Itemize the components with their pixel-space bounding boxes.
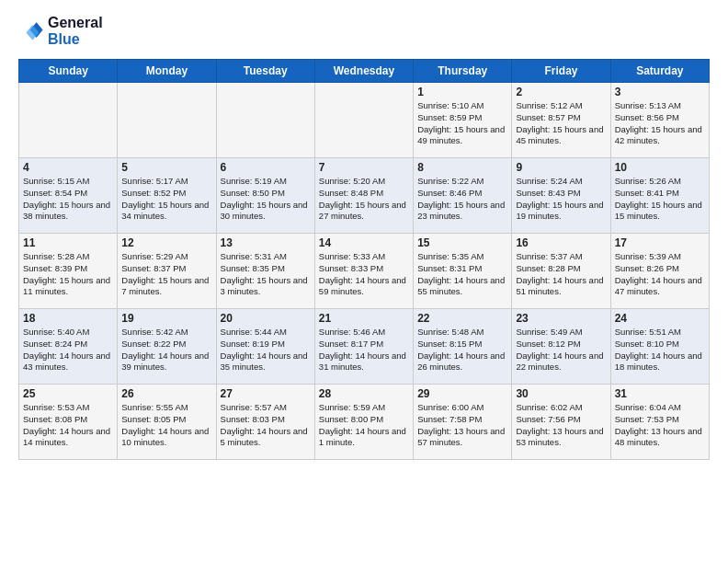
day-number: 3 — [615, 86, 705, 98]
day-number: 12 — [121, 236, 211, 249]
day-cell: 11Sunrise: 5:28 AMSunset: 8:39 PMDayligh… — [19, 234, 118, 309]
day-number: 16 — [516, 236, 606, 249]
day-number: 4 — [23, 161, 113, 174]
page: General Blue SundayMondayTuesdayWednesda… — [0, 0, 728, 469]
day-cell: 22Sunrise: 5:48 AMSunset: 8:15 PMDayligh… — [414, 309, 512, 385]
day-info: Sunrise: 5:39 AMSunset: 8:26 PMDaylight:… — [615, 251, 705, 298]
day-cell: 10Sunrise: 5:26 AMSunset: 8:41 PMDayligh… — [610, 158, 709, 234]
day-cell: 3Sunrise: 5:13 AMSunset: 8:56 PMDaylight… — [610, 83, 709, 158]
day-number: 22 — [417, 312, 507, 325]
col-header-thursday: Thursday — [414, 60, 512, 83]
day-info: Sunrise: 5:40 AMSunset: 8:24 PMDaylight:… — [23, 327, 113, 373]
col-header-monday: Monday — [118, 60, 216, 83]
day-info: Sunrise: 5:22 AMSunset: 8:46 PMDaylight:… — [417, 176, 507, 223]
day-number: 31 — [615, 387, 705, 400]
header: General Blue — [18, 15, 710, 48]
day-info: Sunrise: 5:26 AMSunset: 8:41 PMDaylight:… — [615, 176, 705, 223]
day-info: Sunrise: 5:37 AMSunset: 8:28 PMDaylight:… — [516, 251, 606, 298]
day-number: 30 — [516, 387, 606, 400]
day-number: 17 — [615, 236, 705, 249]
day-info: Sunrise: 5:28 AMSunset: 8:39 PMDaylight:… — [23, 251, 113, 298]
day-number: 1 — [417, 86, 507, 98]
day-info: Sunrise: 5:10 AMSunset: 8:59 PMDaylight:… — [417, 100, 507, 147]
day-cell: 1Sunrise: 5:10 AMSunset: 8:59 PMDaylight… — [414, 83, 512, 158]
week-row-2: 4Sunrise: 5:15 AMSunset: 8:54 PMDaylight… — [19, 158, 710, 234]
week-row-3: 11Sunrise: 5:28 AMSunset: 8:39 PMDayligh… — [19, 234, 710, 309]
day-info: Sunrise: 6:00 AMSunset: 7:58 PMDaylight:… — [417, 402, 507, 449]
day-cell — [314, 83, 413, 158]
week-row-4: 18Sunrise: 5:40 AMSunset: 8:24 PMDayligh… — [19, 309, 710, 385]
day-cell: 20Sunrise: 5:44 AMSunset: 8:19 PMDayligh… — [216, 309, 314, 385]
day-cell — [118, 83, 216, 158]
day-info: Sunrise: 5:12 AMSunset: 8:57 PMDaylight:… — [516, 100, 606, 147]
day-cell: 6Sunrise: 5:19 AMSunset: 8:50 PMDaylight… — [216, 158, 314, 234]
day-cell: 9Sunrise: 5:24 AMSunset: 8:43 PMDaylight… — [512, 158, 610, 234]
day-number: 6 — [221, 161, 311, 174]
day-cell: 2Sunrise: 5:12 AMSunset: 8:57 PMDaylight… — [512, 83, 610, 158]
day-info: Sunrise: 5:29 AMSunset: 8:37 PMDaylight:… — [121, 251, 211, 298]
day-cell: 26Sunrise: 5:55 AMSunset: 8:05 PMDayligh… — [118, 385, 216, 460]
day-cell: 12Sunrise: 5:29 AMSunset: 8:37 PMDayligh… — [118, 234, 216, 309]
week-row-1: 1Sunrise: 5:10 AMSunset: 8:59 PMDaylight… — [19, 83, 710, 158]
day-number: 15 — [417, 236, 507, 249]
day-cell: 28Sunrise: 5:59 AMSunset: 8:00 PMDayligh… — [314, 385, 413, 460]
day-cell: 19Sunrise: 5:42 AMSunset: 8:22 PMDayligh… — [118, 309, 216, 385]
day-number: 25 — [23, 387, 113, 400]
day-number: 2 — [516, 86, 606, 98]
day-cell: 17Sunrise: 5:39 AMSunset: 8:26 PMDayligh… — [610, 234, 709, 309]
day-cell: 15Sunrise: 5:35 AMSunset: 8:31 PMDayligh… — [414, 234, 512, 309]
day-info: Sunrise: 5:17 AMSunset: 8:52 PMDaylight:… — [121, 176, 211, 223]
day-info: Sunrise: 5:42 AMSunset: 8:22 PMDaylight:… — [121, 327, 211, 373]
logo-text: General Blue — [48, 15, 103, 48]
day-number: 18 — [23, 312, 113, 325]
day-cell: 24Sunrise: 5:51 AMSunset: 8:10 PMDayligh… — [610, 309, 709, 385]
day-info: Sunrise: 5:44 AMSunset: 8:19 PMDaylight:… — [221, 327, 311, 373]
day-number: 13 — [221, 236, 311, 249]
day-cell: 23Sunrise: 5:49 AMSunset: 8:12 PMDayligh… — [512, 309, 610, 385]
day-cell: 21Sunrise: 5:46 AMSunset: 8:17 PMDayligh… — [314, 309, 413, 385]
day-info: Sunrise: 5:19 AMSunset: 8:50 PMDaylight:… — [221, 176, 311, 223]
day-number: 21 — [319, 312, 409, 325]
day-number: 19 — [121, 312, 211, 325]
col-header-sunday: Sunday — [19, 60, 118, 83]
day-number: 29 — [417, 387, 507, 400]
day-info: Sunrise: 5:46 AMSunset: 8:17 PMDaylight:… — [319, 327, 409, 373]
day-cell: 25Sunrise: 5:53 AMSunset: 8:08 PMDayligh… — [19, 385, 118, 460]
day-info: Sunrise: 5:48 AMSunset: 8:15 PMDaylight:… — [417, 327, 507, 373]
day-number: 26 — [121, 387, 211, 400]
day-cell: 8Sunrise: 5:22 AMSunset: 8:46 PMDaylight… — [414, 158, 512, 234]
day-number: 27 — [221, 387, 311, 400]
day-info: Sunrise: 5:15 AMSunset: 8:54 PMDaylight:… — [23, 176, 113, 223]
col-header-friday: Friday — [512, 60, 610, 83]
day-info: Sunrise: 5:55 AMSunset: 8:05 PMDaylight:… — [121, 402, 211, 449]
day-number: 23 — [516, 312, 606, 325]
day-info: Sunrise: 5:35 AMSunset: 8:31 PMDaylight:… — [417, 251, 507, 298]
day-cell: 5Sunrise: 5:17 AMSunset: 8:52 PMDaylight… — [118, 158, 216, 234]
day-info: Sunrise: 5:49 AMSunset: 8:12 PMDaylight:… — [516, 327, 606, 373]
day-cell — [216, 83, 314, 158]
calendar-table: SundayMondayTuesdayWednesdayThursdayFrid… — [18, 59, 710, 460]
day-info: Sunrise: 5:51 AMSunset: 8:10 PMDaylight:… — [615, 327, 705, 373]
day-info: Sunrise: 5:24 AMSunset: 8:43 PMDaylight:… — [516, 176, 606, 223]
day-info: Sunrise: 5:53 AMSunset: 8:08 PMDaylight:… — [23, 402, 113, 449]
header-row: SundayMondayTuesdayWednesdayThursdayFrid… — [19, 60, 710, 83]
day-info: Sunrise: 5:57 AMSunset: 8:03 PMDaylight:… — [221, 402, 311, 449]
day-number: 11 — [23, 236, 113, 249]
col-header-saturday: Saturday — [610, 60, 709, 83]
day-number: 20 — [221, 312, 311, 325]
logo: General Blue — [18, 15, 103, 48]
day-cell: 27Sunrise: 5:57 AMSunset: 8:03 PMDayligh… — [216, 385, 314, 460]
logo-icon — [18, 18, 44, 44]
day-info: Sunrise: 6:02 AMSunset: 7:56 PMDaylight:… — [516, 402, 606, 449]
day-cell — [19, 83, 118, 158]
day-number: 28 — [319, 387, 409, 400]
week-row-5: 25Sunrise: 5:53 AMSunset: 8:08 PMDayligh… — [19, 385, 710, 460]
day-number: 14 — [319, 236, 409, 249]
day-cell: 18Sunrise: 5:40 AMSunset: 8:24 PMDayligh… — [19, 309, 118, 385]
day-cell: 29Sunrise: 6:00 AMSunset: 7:58 PMDayligh… — [414, 385, 512, 460]
day-info: Sunrise: 5:33 AMSunset: 8:33 PMDaylight:… — [319, 251, 409, 298]
day-info: Sunrise: 5:31 AMSunset: 8:35 PMDaylight:… — [221, 251, 311, 298]
day-number: 7 — [319, 161, 409, 174]
day-number: 24 — [615, 312, 705, 325]
col-header-tuesday: Tuesday — [216, 60, 314, 83]
